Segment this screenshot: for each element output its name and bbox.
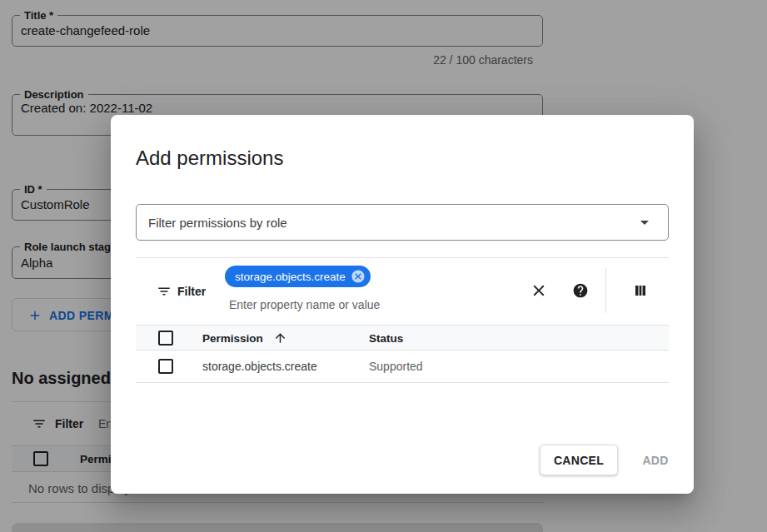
dialog-filter-input[interactable]: Enter property name or value [229,298,380,311]
sort-ascending-icon[interactable] [273,331,287,345]
permission-column-label: Permission [202,331,263,344]
column-display-icon[interactable] [633,283,648,298]
clear-filter-icon[interactable] [530,281,548,300]
role-filter-select[interactable]: Filter permissions by role [136,204,669,241]
row-permission-value: storage.objects.create [202,360,317,373]
help-icon[interactable] [572,282,589,299]
add-button[interactable]: ADD [632,445,679,475]
chip-remove-icon[interactable] [351,269,366,284]
filter-chip-label: storage.objects.create [235,271,346,283]
dialog-title: Add permissions [136,145,283,172]
filter-list-icon [157,284,172,299]
row-status-value: Supported [369,360,423,373]
role-filter-select-value: Filter permissions by role [148,216,287,230]
dialog-select-all-checkbox[interactable] [158,331,173,346]
toolbar-divider [605,268,606,313]
dialog-table-header-row: Permission Status [136,325,669,351]
dialog-filter-label: Filter [177,285,206,298]
screen: Title * create-changefeed-role 22 / 100 … [0,0,767,532]
permission-column-header[interactable]: Permission [202,331,287,345]
divider [136,257,669,258]
table-row: storage.objects.create Supported [136,351,669,383]
status-column-header: Status [369,331,403,344]
add-permissions-dialog: Add permissions Filter permissions by ro… [111,115,694,494]
chevron-down-icon [635,212,655,232]
cancel-button[interactable]: CANCEL [540,445,618,475]
row-checkbox[interactable] [158,359,173,374]
filter-chip[interactable]: storage.objects.create [225,266,371,287]
